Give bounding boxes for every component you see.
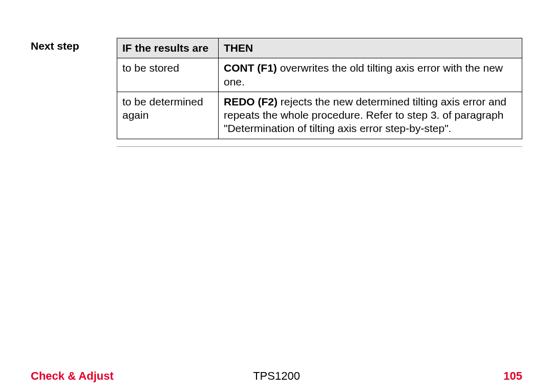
section-divider	[117, 146, 522, 147]
cell-then: REDO (F2) rejects the new determined til…	[219, 92, 522, 139]
footer-device-name: TPS1200	[253, 369, 300, 383]
header-then: THEN	[219, 38, 522, 58]
decision-table: IF the results are THEN to be stored CON…	[117, 38, 522, 139]
table-row: to be determined again REDO (F2) rejects…	[117, 92, 522, 139]
then-key: REDO (F2)	[224, 96, 278, 107]
document-page: Next step IF the results are THEN to be …	[0, 0, 553, 392]
section-label: Next step	[31, 38, 113, 52]
header-if: IF the results are	[117, 38, 219, 58]
content-area: Next step IF the results are THEN to be …	[31, 38, 522, 147]
footer-section-title: Check & Adjust	[31, 369, 114, 383]
footer-page-number: 105	[503, 369, 522, 383]
table-row: to be stored CONT (F1) overwrites the ol…	[117, 58, 522, 92]
cell-then: CONT (F1) overwrites the old tilting axi…	[219, 58, 522, 92]
table-container: IF the results are THEN to be stored CON…	[117, 38, 522, 147]
cell-if: to be determined again	[117, 92, 219, 139]
table-header-row: IF the results are THEN	[117, 38, 522, 58]
then-key: CONT (F1)	[224, 62, 277, 74]
page-footer: Check & Adjust TPS1200 105	[31, 369, 522, 383]
cell-if: to be stored	[117, 58, 219, 92]
